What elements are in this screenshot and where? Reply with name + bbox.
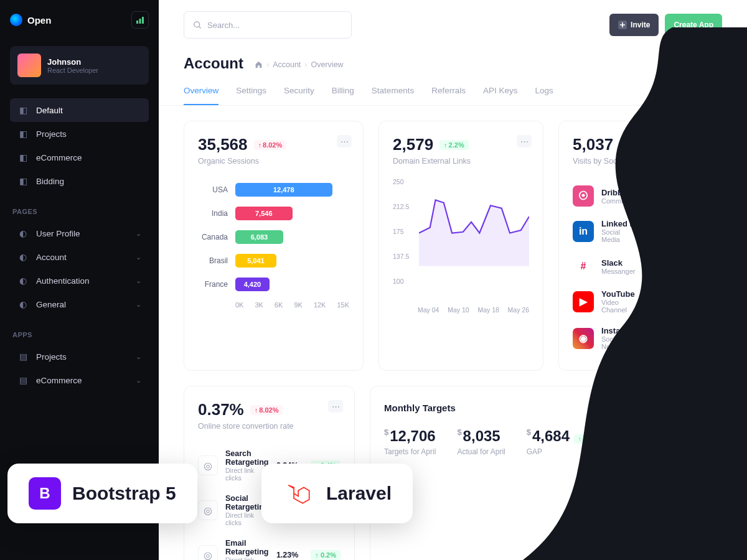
chevron-down-icon: ⌄	[136, 230, 141, 238]
conv-value: 0.37%	[198, 400, 244, 419]
create-app-button[interactable]: Create App	[665, 14, 722, 36]
social-delta: ↑ 2.2%	[619, 140, 649, 150]
calendar-icon	[694, 404, 702, 411]
bootstrap-icon: B	[29, 477, 61, 510]
tab-statements[interactable]: Statements	[372, 86, 414, 105]
social-row: ◉InstagramSocial Network1,458↑ 8.3%	[573, 320, 708, 357]
nav-icon: ◧	[17, 175, 29, 187]
bar-row: USA12,478	[198, 183, 349, 197]
topbar: Search... Invite Create App	[159, 0, 747, 39]
social-icon: #	[573, 256, 594, 277]
section-pages-header: PAGES	[10, 208, 149, 215]
bar-row: Brasil5,041	[198, 254, 349, 268]
main-content: Search... Invite Create App Account › Ac…	[159, 0, 747, 560]
retarget-icon: ◎	[198, 455, 218, 475]
social-icon: in	[573, 221, 594, 242]
card-social-visits: ⋯ 5,037 ↑ 2.2% Visits by Social Networks…	[558, 121, 722, 371]
sidebar-item-authentication[interactable]: ◐Authentication⌄	[10, 269, 149, 292]
search-icon	[193, 21, 202, 30]
targets-title: Monthly Targets	[384, 403, 456, 413]
search-placeholder: Search...	[207, 21, 240, 30]
user-card[interactable]: Johnson React Developer	[10, 46, 149, 85]
organic-delta: ↑ 8.02%	[254, 140, 287, 150]
badge-bootstrap: B Bootstrap 5	[7, 464, 197, 523]
line-chart-svg	[419, 178, 529, 266]
avatar	[17, 54, 41, 77]
sidebar-item-ecommerce[interactable]: ◧eCommerce	[10, 146, 149, 169]
organic-value: 35,568	[198, 135, 248, 154]
retarget-icon: ◎	[198, 500, 218, 520]
bar-row: India7,546	[198, 207, 349, 220]
conv-subtitle: Online store convertion rate	[198, 422, 341, 431]
chevron-down-icon: ⌄	[136, 353, 141, 361]
plus-icon	[618, 21, 627, 29]
brand-logo[interactable]: Open	[10, 14, 51, 26]
organic-subtitle: Organic Sessions	[198, 157, 349, 166]
svg-rect-1	[139, 19, 141, 24]
svg-rect-6	[695, 406, 701, 411]
nav-icon: ◐	[17, 228, 29, 239]
tab-settings[interactable]: Settings	[236, 86, 266, 105]
sidebar-item-default[interactable]: ◧Default	[10, 98, 149, 122]
badge-laravel: Laravel	[261, 464, 413, 523]
laravel-icon	[283, 477, 315, 510]
sidebar-item-account[interactable]: ◐Account⌄	[10, 245, 149, 269]
social-icon: ▶	[573, 291, 594, 312]
tab-overview[interactable]: Overview	[184, 86, 218, 105]
card-menu-button[interactable]: ⋯	[517, 135, 532, 147]
social-subtitle: Visits by Social Networks	[573, 157, 708, 166]
pill-explore[interactable]: Explore	[734, 105, 747, 141]
tab-referrals[interactable]: Referrals	[431, 86, 466, 105]
sidebar-toggle-button[interactable]	[131, 11, 149, 29]
card-organic-sessions: ⋯ 35,568 ↑ 8.02% Organic Sessions USA12,…	[184, 121, 364, 371]
sidebar-item-app-projects[interactable]: ▤Projects⌄	[10, 345, 149, 368]
user-role: React Developer	[47, 67, 98, 74]
date-range-picker[interactable]: 18 Jan 2023 - 16 Feb 2023	[602, 400, 708, 415]
card-monthly-targets: Monthly Targets 18 Jan 2023 - 16 Feb 202…	[370, 386, 722, 560]
social-icon: ⦿	[573, 185, 594, 207]
search-input[interactable]: Search...	[184, 11, 352, 39]
tabs: OverviewSettingsSecurityBillingStatement…	[159, 72, 747, 106]
social-row: ⦿DribbbleCommunity579↑ 2.6%	[573, 179, 708, 213]
nav-icon: ◧	[17, 152, 29, 163]
targets-footnote: $357	[384, 481, 708, 488]
target-metric: $8,035Actual for April	[457, 427, 505, 456]
sidebar-item-user-profile[interactable]: ◐User Profile⌄	[10, 222, 149, 245]
nav-icon: ◧	[17, 128, 29, 139]
brand-name: Open	[27, 15, 51, 26]
nav-icon: ◐	[17, 299, 29, 310]
pill-help[interactable]: Help	[734, 143, 747, 171]
links-value: 2,579	[393, 135, 433, 154]
sidebar-item-projects[interactable]: ◧Projects	[10, 122, 149, 146]
breadcrumb: › Account › Overview	[255, 60, 344, 69]
links-delta: ↑ 2.2%	[439, 140, 469, 150]
card-menu-button[interactable]: ⋯	[337, 135, 352, 147]
card-menu-button[interactable]: ⋯	[328, 400, 343, 413]
sidebar-item-app-ecommerce[interactable]: ▤eCommerce⌄	[10, 368, 149, 392]
tab-billing[interactable]: Billing	[332, 86, 354, 105]
tab-logs[interactable]: Logs	[535, 86, 553, 105]
pill-buy[interactable]: Buy now	[734, 179, 747, 218]
nav-icon: ◐	[17, 275, 29, 286]
chevron-down-icon: ⌄	[136, 376, 141, 385]
svg-rect-0	[136, 21, 138, 24]
links-subtitle: Domain External Links	[393, 157, 529, 166]
page-title: Account	[184, 55, 243, 72]
invite-button[interactable]: Invite	[609, 14, 659, 36]
nav-icon: ◐	[17, 251, 29, 263]
sidebar-item-general[interactable]: ◐General⌄	[10, 292, 149, 316]
tab-api-keys[interactable]: API Keys	[483, 86, 518, 105]
conversion-row: ◎Email RetargetingDirect link clicks1.23…	[198, 533, 341, 560]
card-menu-button[interactable]: ⋯	[695, 135, 710, 147]
social-value: 5,037	[573, 135, 613, 154]
nav-icon: ◧	[17, 105, 29, 116]
sidebar-item-bidding[interactable]: ◧Bidding	[10, 169, 149, 193]
social-icon: ◉	[573, 328, 594, 349]
svg-rect-2	[142, 17, 144, 24]
social-row: ▶YouTubeVideo Channel978↑ 4.1%	[573, 283, 708, 320]
target-metric: $12,706Targets for April	[384, 427, 436, 456]
chevron-down-icon: ⌄	[136, 253, 141, 261]
user-name: Johnson	[47, 57, 98, 67]
tab-security[interactable]: Security	[284, 86, 314, 105]
social-row: #SlackMessanger794↑ 0.2%	[573, 250, 708, 283]
